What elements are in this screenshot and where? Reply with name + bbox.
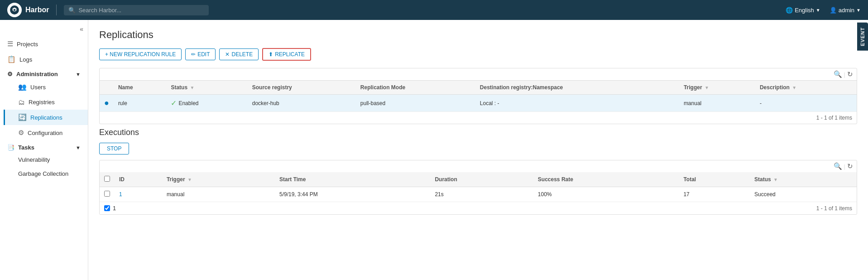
exec-status-sort-icon[interactable]: ▼: [773, 177, 778, 182]
replications-table-toolbar: 🔍 | ↻: [100, 68, 857, 81]
main-content: Replications + NEW REPLICATION RULE ✏ ED…: [88, 20, 868, 280]
exec-footer-checkbox[interactable]: [104, 205, 110, 211]
exec-col-checkbox: [100, 172, 115, 187]
row-source-cell: docker-hub: [248, 95, 356, 112]
main-layout: « ☰ Projects 📋 Logs ⚙ Administration ▼ 👥…: [0, 20, 868, 280]
replications-refresh-button[interactable]: ↻: [847, 70, 853, 78]
logo-icon: [7, 3, 22, 17]
sidebar-users-label: Users: [30, 84, 46, 91]
exec-id-link[interactable]: 1: [119, 191, 122, 198]
status-dot-icon: ✓: [171, 99, 177, 107]
executions-table: ID Trigger ▼ Start Time Duration: [100, 172, 857, 202]
row-desc-cell: -: [755, 95, 857, 112]
row-name-cell: rule: [114, 95, 167, 112]
search-bar[interactable]: 🔍: [64, 5, 209, 15]
sidebar-item-users[interactable]: 👥 Users: [4, 79, 88, 95]
exec-row-total-cell: 17: [679, 187, 750, 202]
executions-title: Executions: [99, 128, 857, 137]
event-tab[interactable]: EVENT: [857, 23, 868, 51]
trigger-sort-icon[interactable]: ▼: [705, 85, 709, 90]
user-label: admin: [839, 7, 854, 14]
sidebar-logs-label: Logs: [19, 56, 32, 63]
replications-toolbar: + NEW REPLICATION RULE ✏ EDIT ✕ DELETE ⬆…: [99, 48, 857, 61]
sidebar-registries-label: Registries: [29, 99, 55, 106]
sidebar-item-vulnerability[interactable]: Vulnerability: [4, 153, 88, 167]
row-select-cell[interactable]: ●: [100, 95, 114, 112]
logs-icon: 📋: [7, 55, 16, 63]
exec-col-start-time: Start Time: [275, 172, 430, 187]
exec-row-trigger-cell: manual: [162, 187, 275, 202]
collapse-button[interactable]: «: [80, 25, 83, 33]
executions-refresh-button[interactable]: ↻: [847, 162, 853, 170]
replicate-icon: ⬆: [269, 51, 273, 58]
executions-pagination: 1 - 1 of 1 items: [816, 205, 852, 212]
top-navigation: Harbor 🔍 🌐 English ▼ 👤 admin ▼: [0, 0, 868, 20]
new-replication-rule-button[interactable]: + NEW REPLICATION RULE: [99, 48, 182, 60]
configuration-icon: ⚙: [18, 129, 24, 137]
exec-col-trigger: Trigger ▼: [162, 172, 275, 187]
projects-icon: ☰: [7, 40, 13, 48]
app-logo[interactable]: Harbor: [7, 3, 49, 17]
exec-footer-count: 1: [113, 205, 116, 212]
replications-icon: 🔄: [18, 113, 27, 121]
sidebar-tasks-label: Tasks: [18, 144, 34, 151]
col-destination: Destination registry:Namespace: [475, 81, 679, 95]
executions-table-toolbar: 🔍 | ↻: [100, 160, 857, 172]
row-trigger-cell: manual: [679, 95, 755, 112]
status-enabled: ✓ Enabled: [171, 99, 243, 107]
sidebar-section-administration[interactable]: ⚙ Administration ▼: [0, 67, 88, 79]
language-selector[interactable]: 🌐 English ▼: [786, 7, 820, 14]
sidebar-item-projects[interactable]: ☰ Projects: [0, 36, 88, 52]
sidebar-collapse[interactable]: «: [0, 24, 88, 36]
sidebar-item-configuration[interactable]: ⚙ Configuration: [4, 125, 88, 140]
edit-button[interactable]: ✏ EDIT: [185, 48, 216, 60]
admin-chevron-icon: ▼: [76, 72, 81, 77]
sidebar-item-registries[interactable]: 🗂 Registries: [4, 95, 88, 110]
exec-footer-left: 1: [104, 205, 116, 212]
exec-col-total: Total: [679, 172, 750, 187]
user-chevron-icon: ▼: [856, 8, 861, 13]
exec-trigger-sort-icon[interactable]: ▼: [187, 177, 192, 182]
executions-search-button[interactable]: 🔍: [834, 162, 842, 170]
sidebar-section-tasks[interactable]: 📑 Tasks ▼: [0, 140, 88, 153]
sidebar-configuration-label: Configuration: [28, 130, 62, 136]
col-source-registry: Source registry: [248, 81, 356, 95]
sidebar-item-garbage-collection[interactable]: Garbage Collection: [4, 167, 88, 181]
sidebar-item-replications[interactable]: 🔄 Replications: [4, 110, 88, 125]
row-dest-cell: Local : -: [475, 95, 679, 112]
stop-button[interactable]: STOP: [99, 143, 129, 154]
tasks-chevron-icon: ▼: [76, 145, 81, 150]
status-sort-icon[interactable]: ▼: [190, 85, 194, 90]
search-input[interactable]: [78, 7, 204, 14]
nav-divider: [56, 5, 57, 15]
exec-col-id: ID: [115, 172, 162, 187]
user-icon: 👤: [830, 7, 837, 14]
sidebar-item-logs[interactable]: 📋 Logs: [0, 52, 88, 67]
exec-row-success-rate-cell: 100%: [533, 187, 679, 202]
executions-select-all[interactable]: [104, 176, 110, 182]
col-trigger: Trigger ▼: [679, 81, 755, 95]
replications-search-button[interactable]: 🔍: [834, 70, 842, 78]
exec-row-id-cell: 1: [115, 187, 162, 202]
delete-icon: ✕: [225, 51, 230, 58]
exec-row-start-time-cell: 5/9/19, 3:44 PM: [275, 187, 430, 202]
exec-row-duration-cell: 21s: [430, 187, 533, 202]
language-label: English: [795, 7, 814, 14]
globe-icon: 🌐: [786, 7, 793, 14]
executions-table-body: 1 manual 5/9/19, 3:44 PM 21s 100% 17 Suc…: [100, 187, 857, 202]
desc-sort-icon[interactable]: ▼: [792, 85, 796, 90]
delete-button[interactable]: ✕ DELETE: [219, 48, 259, 60]
exec-row-checkbox[interactable]: [104, 191, 110, 197]
table-row[interactable]: 1 manual 5/9/19, 3:44 PM 21s 100% 17 Suc…: [100, 187, 857, 202]
radio-selected-icon: ●: [104, 98, 109, 107]
exec-row-status-cell: Succeed: [750, 187, 857, 202]
lang-chevron-icon: ▼: [816, 8, 820, 13]
executions-toolbar: STOP: [99, 143, 857, 154]
replicate-button[interactable]: ⬆ REPLICATE: [262, 48, 311, 61]
user-menu[interactable]: 👤 admin ▼: [830, 7, 861, 14]
search-icon: 🔍: [68, 7, 76, 14]
sidebar-garbage-collection-label: Garbage Collection: [18, 170, 68, 177]
table-row[interactable]: ● rule ✓ Enabled docker-hub pull-based L…: [100, 95, 857, 112]
users-icon: 👥: [18, 83, 27, 91]
exec-row-checkbox-cell[interactable]: [100, 187, 115, 202]
